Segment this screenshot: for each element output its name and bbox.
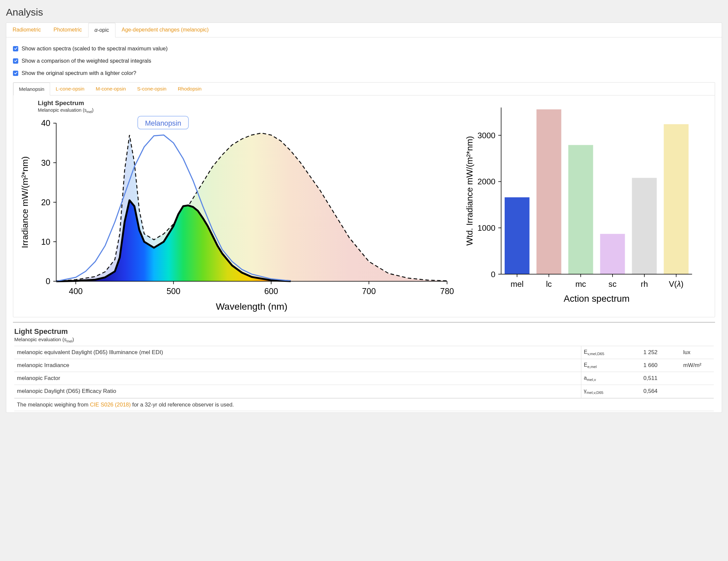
svg-text:mel: mel [510, 280, 523, 288]
table-row: melanopic Daylight (D65) Efficacy Ratioγ… [14, 385, 714, 398]
chart-spectrum-subtitle: Melanopic evaluation (smel) [38, 107, 454, 114]
analysis-card: RadiometricPhotometricα-opicAge-dependen… [6, 23, 722, 413]
svg-text:0: 0 [46, 277, 50, 286]
checkbox-0[interactable] [13, 46, 18, 51]
result-value: 0,564 [641, 385, 681, 398]
result-symbol: γmel,v,D65 [581, 385, 641, 398]
chart-bars: 0100020003000mellcmcscrhV(λ)Action spect… [461, 100, 697, 308]
result-name: melanopic Daylight (D65) Efficacy Ratio [14, 385, 581, 398]
result-symbol: Ev,mel,D65 [581, 346, 641, 359]
svg-text:lc: lc [546, 280, 552, 288]
results-section: Light Spectrum Melanopic evaluation (sme… [13, 322, 715, 411]
svg-text:10: 10 [41, 237, 50, 246]
opsin-tab-melanopsin[interactable]: Melanopsin [13, 83, 50, 96]
svg-text:mc: mc [575, 280, 586, 288]
main-tabs: RadiometricPhotometricα-opicAge-dependen… [6, 23, 722, 37]
opsin-panel: MelanopsinL-cone-opsinM-cone-opsinS-cone… [13, 82, 715, 317]
table-row: melanopic IrradianceEe,mel1 660mW/m² [14, 359, 714, 372]
tab-photometric[interactable]: Photometric [47, 23, 88, 37]
opsin-tab-l-cone-opsin[interactable]: L-cone-opsin [50, 83, 90, 95]
chart-spectrum: Light Spectrum Melanopic evaluation (sme… [17, 100, 454, 315]
opsin-tabs: MelanopsinL-cone-opsinM-cone-opsinS-cone… [13, 83, 715, 96]
checkbox-row-2: Show the original spectrum with a lighte… [13, 70, 715, 76]
svg-text:3000: 3000 [477, 131, 495, 140]
cie-link[interactable]: CIE S026 (2018) [90, 401, 131, 407]
page-title: Analysis [6, 7, 722, 18]
svg-text:sc: sc [609, 280, 617, 288]
svg-text:1000: 1000 [477, 224, 495, 233]
svg-text:500: 500 [167, 286, 181, 296]
result-name: melanopic Irradiance [14, 359, 581, 372]
table-row: melanopic Factoramel,v0,511 [14, 372, 714, 385]
legend-melanopsin: Melanopsin [145, 119, 181, 127]
results-table: melanopic equivalent Daylight (D65) Illu… [14, 346, 714, 398]
svg-text:600: 600 [264, 286, 278, 296]
results-footnote: The melanopic weighing from CIE S026 (20… [14, 398, 714, 411]
result-unit: mW/m² [681, 359, 714, 372]
svg-text:780: 780 [440, 286, 454, 296]
svg-rect-29 [632, 178, 657, 274]
result-symbol: Ee,mel [581, 359, 641, 372]
svg-text:2000: 2000 [477, 177, 495, 186]
svg-text:Irradiance  mW/(m²*nm): Irradiance mW/(m²*nm) [20, 156, 30, 248]
checkbox-label-1: Show a comparison of the weighted spectr… [22, 58, 151, 64]
checkbox-label-2: Show the original spectrum with a lighte… [22, 70, 136, 76]
svg-rect-26 [536, 109, 561, 274]
checkbox-label-0: Show action spectra (scaled to the spect… [22, 45, 168, 52]
result-name: melanopic Factor [14, 372, 581, 385]
checkbox-row-0: Show action spectra (scaled to the spect… [13, 45, 715, 52]
result-unit [681, 372, 714, 385]
result-value: 1 660 [641, 359, 681, 372]
tab-age-dependent-changes-melanopic-[interactable]: Age-dependent changes (melanopic) [115, 23, 215, 37]
svg-rect-28 [600, 234, 625, 274]
svg-rect-27 [568, 145, 593, 274]
opsin-tab-rhodopsin[interactable]: Rhodopsin [172, 83, 207, 95]
tab--opic[interactable]: α-opic [88, 23, 115, 37]
result-symbol: amel,v [581, 372, 641, 385]
result-unit: lux [681, 346, 714, 359]
svg-text:700: 700 [362, 286, 376, 296]
svg-rect-25 [505, 197, 530, 274]
svg-text:400: 400 [69, 286, 83, 296]
results-title: Light Spectrum [14, 327, 714, 336]
checkbox-1[interactable] [13, 58, 18, 64]
result-value: 0,511 [641, 372, 681, 385]
tab-radiometric[interactable]: Radiometric [6, 23, 47, 37]
svg-text:V(λ): V(λ) [669, 280, 683, 288]
opsin-tab-s-cone-opsin[interactable]: S-cone-opsin [131, 83, 172, 95]
svg-text:Wavelength (nm): Wavelength (nm) [216, 301, 288, 312]
svg-text:40: 40 [41, 118, 50, 128]
svg-text:30: 30 [41, 158, 50, 167]
svg-text:0: 0 [491, 270, 495, 279]
checkbox-row-1: Show a comparison of the weighted spectr… [13, 58, 715, 64]
table-row: melanopic equivalent Daylight (D65) Illu… [14, 346, 714, 359]
svg-text:rh: rh [641, 280, 648, 288]
chart-spectrum-title: Light Spectrum [38, 100, 454, 107]
svg-text:Action spectrum: Action spectrum [563, 293, 629, 304]
svg-text:Wtd. Irradiance  mW/(m²*nm): Wtd. Irradiance mW/(m²*nm) [464, 136, 474, 246]
svg-rect-30 [664, 124, 689, 274]
results-subtitle: Melanopic evaluation (smel) [14, 336, 714, 343]
svg-text:20: 20 [41, 198, 50, 207]
result-name: melanopic equivalent Daylight (D65) Illu… [14, 346, 581, 359]
result-value: 1 252 [641, 346, 681, 359]
result-unit [681, 385, 714, 398]
checkbox-2[interactable] [13, 71, 18, 76]
opsin-tab-m-cone-opsin[interactable]: M-cone-opsin [90, 83, 131, 95]
